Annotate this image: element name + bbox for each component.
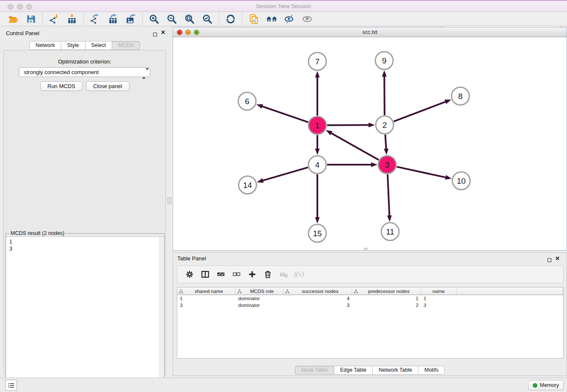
column-header-shared-name[interactable]: shared name bbox=[177, 287, 236, 295]
graph-edge-1-2[interactable] bbox=[327, 123, 375, 127]
table-tabs: Node TableEdge TableNetwork TableMotifs bbox=[173, 366, 567, 375]
graph-node-1[interactable]: 1 bbox=[308, 116, 326, 134]
svg-text:4: 4 bbox=[315, 160, 320, 169]
svg-text:2: 2 bbox=[383, 121, 387, 130]
control-panel: Control Panel ✕ NetworkStyleSelectMCDS O… bbox=[0, 26, 169, 377]
window-minimize-button[interactable] bbox=[17, 4, 23, 10]
criterion-select[interactable]: strongly connected component bbox=[19, 67, 150, 77]
svg-text:10: 10 bbox=[457, 177, 465, 185]
result-scrollbar[interactable] bbox=[160, 237, 164, 392]
graph-edge-3-1[interactable] bbox=[326, 130, 379, 160]
graph-node-15[interactable]: 15 bbox=[308, 224, 326, 242]
graph-edge-2-3[interactable] bbox=[384, 135, 388, 155]
first-neighbors-button[interactable] bbox=[263, 13, 281, 25]
graph-edge-1-6[interactable] bbox=[256, 104, 308, 122]
window-zoom-button[interactable] bbox=[26, 4, 32, 10]
column-header-name[interactable]: name bbox=[421, 287, 457, 295]
table-tab-network-table[interactable]: Network Table bbox=[372, 366, 418, 375]
table-tab-edge-table[interactable]: Edge Table bbox=[334, 366, 372, 375]
tab-select[interactable]: Select bbox=[85, 41, 112, 50]
add-column-button[interactable] bbox=[244, 267, 260, 282]
float-table-panel-icon[interactable] bbox=[548, 256, 551, 264]
delete-column-button[interactable] bbox=[260, 267, 275, 282]
close-panel-button[interactable]: Close panel bbox=[86, 81, 129, 91]
deselect-all-rows-button[interactable] bbox=[228, 267, 244, 282]
graph-node-8[interactable]: 8 bbox=[451, 87, 469, 105]
graph-edge-4-3[interactable] bbox=[327, 163, 377, 167]
float-panel-icon[interactable] bbox=[153, 30, 157, 38]
graph-node-9[interactable]: 9 bbox=[375, 52, 393, 69]
zoom-selected-button[interactable] bbox=[198, 13, 216, 25]
hide-selected-button[interactable] bbox=[281, 13, 298, 25]
tab-network[interactable]: Network bbox=[29, 41, 61, 50]
save-session-button[interactable] bbox=[22, 13, 40, 25]
table-tab-motifs[interactable]: Motifs bbox=[418, 366, 445, 375]
mcds-result-title: MCDS result (2 nodes) bbox=[9, 230, 66, 236]
zoom-in-button[interactable] bbox=[145, 13, 163, 25]
task-history-button[interactable] bbox=[5, 380, 17, 391]
window-close-button[interactable] bbox=[8, 4, 14, 10]
graph-node-11[interactable]: 11 bbox=[381, 223, 399, 240]
optimization-criterion-label: Optimization criterion: bbox=[4, 58, 165, 65]
table-row[interactable]: 3dominator323 bbox=[177, 302, 563, 309]
table-tab-node-table[interactable]: Node Table bbox=[295, 366, 334, 375]
graph-edge-4-15[interactable] bbox=[315, 174, 320, 224]
graph-edge-3-10[interactable] bbox=[396, 167, 451, 179]
memory-label: Memory bbox=[540, 382, 559, 388]
frame-minimize-button[interactable]: − bbox=[185, 30, 191, 35]
run-mcds-button[interactable]: Run MCDS bbox=[40, 81, 83, 91]
open-folder-icon bbox=[8, 14, 19, 25]
export-image-button[interactable] bbox=[122, 13, 140, 25]
table-cell: 1 bbox=[352, 295, 421, 302]
tab-style[interactable]: Style bbox=[61, 41, 85, 50]
graph-edge-1-4[interactable] bbox=[315, 135, 320, 155]
frame-maximize-button[interactable]: + bbox=[194, 30, 199, 35]
tab-mcds[interactable]: MCDS bbox=[112, 41, 140, 50]
network-window-titlebar[interactable]: × − + scc.txt bbox=[173, 28, 567, 37]
graph-edge-3-11[interactable] bbox=[387, 174, 392, 222]
toolbar-separator bbox=[219, 13, 219, 25]
canvas-scrollbar-thumb[interactable] bbox=[364, 248, 368, 250]
show-columns-button[interactable] bbox=[197, 267, 213, 282]
import-table-button[interactable] bbox=[63, 13, 81, 25]
graph-node-4[interactable]: 4 bbox=[308, 156, 326, 174]
export-network-button[interactable] bbox=[86, 13, 104, 25]
table-panel: Table Panel ✕ f(x) shared nameMCDS roles… bbox=[173, 252, 567, 376]
zoom-out-button[interactable] bbox=[163, 13, 181, 25]
graph-node-6[interactable]: 6 bbox=[238, 92, 256, 110]
import-network-button[interactable] bbox=[45, 13, 63, 25]
mcds-result-list: 13 bbox=[6, 237, 164, 254]
network-canvas[interactable]: 1234678910111415 bbox=[173, 37, 567, 250]
zoom-fit-button[interactable] bbox=[181, 13, 198, 25]
close-table-panel-icon[interactable]: ✕ bbox=[555, 257, 560, 260]
svg-text:15: 15 bbox=[313, 229, 322, 238]
split-divider-handle[interactable] bbox=[168, 197, 171, 204]
graph-edge-2-8[interactable] bbox=[394, 99, 451, 121]
column-header-predecessor-nodes[interactable]: predecessor nodes bbox=[352, 287, 421, 295]
graph-edge-2-9[interactable] bbox=[382, 70, 387, 115]
clone-network-button[interactable] bbox=[245, 13, 263, 25]
show-all-button[interactable] bbox=[298, 13, 316, 25]
column-header-MCDS-role[interactable]: MCDS role bbox=[236, 287, 284, 295]
frame-close-button[interactable]: × bbox=[177, 30, 182, 35]
graph-node-10[interactable]: 10 bbox=[452, 172, 470, 190]
export-table-button[interactable] bbox=[104, 13, 122, 25]
open-session-button[interactable] bbox=[4, 13, 22, 25]
graph-node-14[interactable]: 14 bbox=[239, 176, 256, 194]
graph-edge-1-7[interactable] bbox=[315, 71, 320, 116]
graph-node-7[interactable]: 7 bbox=[308, 52, 326, 70]
graph-edge-4-14[interactable] bbox=[257, 167, 308, 182]
memory-button[interactable]: Memory bbox=[528, 380, 564, 390]
column-settings-button[interactable] bbox=[182, 267, 197, 282]
close-panel-icon[interactable]: ✕ bbox=[161, 30, 165, 34]
control-panel-title: Control Panel bbox=[6, 30, 39, 36]
import-table-icon bbox=[66, 14, 77, 25]
apply-layout-button[interactable] bbox=[222, 13, 239, 25]
table-row[interactable]: 1dominator411 bbox=[177, 295, 563, 302]
table-cell: 3 bbox=[421, 302, 457, 309]
select-all-rows-button[interactable] bbox=[213, 267, 228, 282]
column-header-successor-nodes[interactable]: successor nodes bbox=[284, 287, 352, 295]
table-cell: 4 bbox=[284, 295, 352, 302]
graph-node-3[interactable]: 3 bbox=[378, 156, 396, 174]
graph-node-2[interactable]: 2 bbox=[376, 116, 394, 134]
